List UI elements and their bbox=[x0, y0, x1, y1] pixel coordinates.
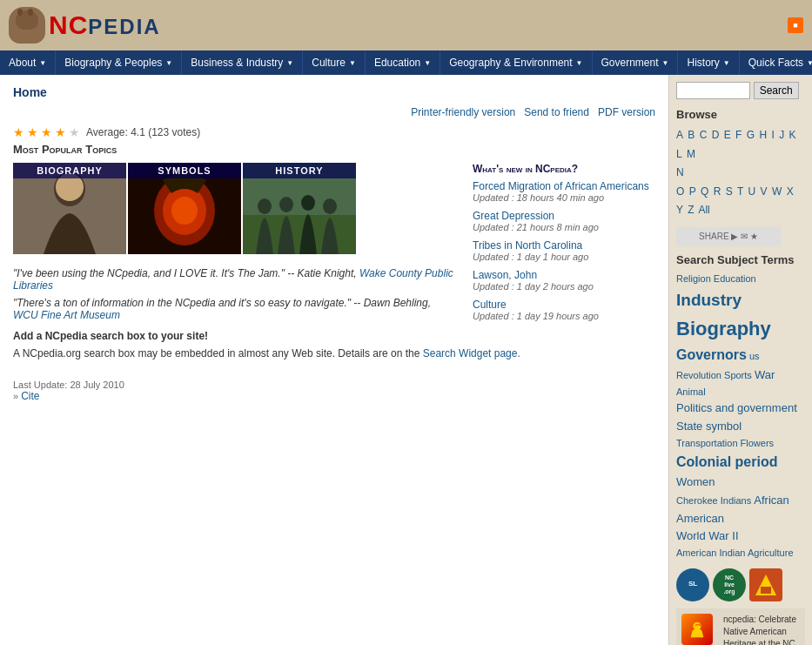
cite-link[interactable]: Cite bbox=[21, 390, 39, 402]
nav-biography[interactable]: Biography & Peoples▼ bbox=[56, 50, 182, 75]
news-updated-0: Updated : 18 hours 40 min ago bbox=[473, 192, 655, 203]
tag-revolution[interactable]: Revolution bbox=[676, 370, 724, 380]
nav-quickfacts[interactable]: Quick Facts▼ bbox=[740, 50, 812, 75]
nclive-logo[interactable]: NClive.org bbox=[713, 568, 746, 601]
letter-q[interactable]: Q bbox=[701, 185, 708, 198]
printer-bar: Printer-friendly version Send to friend … bbox=[13, 106, 655, 118]
tag-politics[interactable]: Politics and government bbox=[676, 401, 797, 414]
letter-z[interactable]: Z bbox=[688, 204, 694, 216]
news-link-1[interactable]: Great Depression bbox=[473, 210, 554, 222]
tag-us[interactable]: us bbox=[749, 351, 760, 361]
letter-h[interactable]: H bbox=[759, 129, 767, 141]
tag-women[interactable]: Women bbox=[676, 475, 715, 488]
nav-about[interactable]: About▼ bbox=[0, 50, 56, 75]
letter-f[interactable]: F bbox=[735, 129, 742, 141]
tag-american-indian[interactable]: American Indian bbox=[676, 548, 748, 558]
letter-x[interactable]: X bbox=[787, 185, 794, 198]
letter-e[interactable]: E bbox=[724, 129, 731, 141]
letter-k[interactable]: K bbox=[789, 129, 796, 141]
star-5[interactable]: ★ bbox=[69, 125, 80, 139]
nav-arrow: ▼ bbox=[723, 59, 730, 67]
whats-new-section: What's new in NCpedia? Forced Migration … bbox=[473, 163, 655, 328]
printer-friendly-link[interactable]: Printer-friendly version bbox=[411, 106, 515, 118]
star-1[interactable]: ★ bbox=[13, 125, 24, 139]
partner-logos: SL NClive.org bbox=[676, 568, 805, 601]
letter-j[interactable]: J bbox=[779, 129, 784, 141]
tag-war[interactable]: War bbox=[755, 368, 775, 381]
svg-point-10 bbox=[279, 197, 293, 212]
send-to-friend-link[interactable]: Send to friend bbox=[524, 106, 589, 118]
tag-flowers[interactable]: Flowers bbox=[741, 438, 775, 448]
history-box[interactable]: HISTORY bbox=[243, 163, 356, 254]
tag-transportation[interactable]: Transportation bbox=[676, 438, 741, 448]
learn-nc-logo[interactable] bbox=[749, 568, 782, 601]
letter-r[interactable]: R bbox=[714, 185, 721, 198]
letter-l[interactable]: L bbox=[676, 148, 682, 160]
star-2[interactable]: ★ bbox=[27, 125, 38, 139]
tag-agriculture[interactable]: Agriculture bbox=[748, 548, 794, 558]
nav-history[interactable]: History▼ bbox=[678, 50, 739, 75]
news-link-2[interactable]: Tribes in North Carolina bbox=[473, 239, 582, 252]
letter-c[interactable]: C bbox=[700, 129, 708, 141]
letter-i[interactable]: I bbox=[772, 129, 775, 141]
letter-s[interactable]: S bbox=[726, 185, 733, 198]
search-input[interactable] bbox=[676, 82, 750, 99]
svg-point-12 bbox=[323, 198, 337, 214]
news-link-3[interactable]: Lawson, John bbox=[473, 269, 537, 281]
nav-geography[interactable]: Geography & Environment▼ bbox=[440, 50, 592, 75]
letter-all[interactable]: All bbox=[698, 204, 709, 216]
logo[interactable]: NCPEDIA bbox=[49, 10, 161, 40]
rss-icon[interactable]: ■ bbox=[788, 17, 803, 33]
news-item-2: Tribes in North Carolina Updated : 1 day… bbox=[473, 239, 655, 262]
letter-b[interactable]: B bbox=[688, 129, 695, 141]
biography-box[interactable]: BIOGRAPHY bbox=[13, 163, 126, 254]
symbols-box[interactable]: SYMBOLS bbox=[128, 163, 241, 254]
letter-n[interactable]: N bbox=[676, 166, 684, 178]
nav-education[interactable]: Education▼ bbox=[366, 50, 440, 75]
letter-v[interactable]: V bbox=[761, 185, 768, 198]
letter-u[interactable]: U bbox=[748, 185, 756, 198]
testimonial-2-link[interactable]: WCU Fine Art Museum bbox=[13, 309, 120, 321]
letter-y[interactable]: Y bbox=[676, 204, 683, 216]
star-3[interactable]: ★ bbox=[41, 125, 52, 139]
letter-w[interactable]: W bbox=[772, 185, 782, 198]
state-library-logo[interactable]: SL bbox=[676, 568, 709, 601]
star-4[interactable]: ★ bbox=[55, 125, 66, 139]
symbols-label: SYMBOLS bbox=[128, 163, 241, 178]
letter-t[interactable]: T bbox=[737, 185, 743, 198]
news-link-4[interactable]: Culture bbox=[473, 299, 507, 311]
tag-governors[interactable]: Governors bbox=[676, 347, 747, 362]
share-widget[interactable]: SHARE ▶ ✉ ★ bbox=[676, 227, 781, 246]
subject-terms-title: Search Subject Terms bbox=[676, 253, 805, 266]
tag-industry[interactable]: Industry bbox=[676, 291, 742, 309]
last-update: Last Update: 28 July 2010 » Cite bbox=[13, 380, 655, 402]
news-link-0[interactable]: Forced Migration of African Americans bbox=[473, 180, 649, 192]
letter-d[interactable]: D bbox=[712, 129, 720, 141]
search-widget-link[interactable]: Search Widget page. bbox=[423, 347, 520, 359]
tag-colonial[interactable]: Colonial period bbox=[676, 454, 777, 469]
tag-sports[interactable]: Sports bbox=[724, 370, 755, 380]
nav-arrow: ▼ bbox=[662, 59, 669, 67]
tag-education[interactable]: Education bbox=[714, 273, 756, 284]
letter-m[interactable]: M bbox=[687, 148, 695, 160]
tag-state-symbol[interactable]: State symbol bbox=[676, 420, 742, 433]
search-button[interactable]: Search bbox=[754, 82, 799, 99]
letter-a[interactable]: A bbox=[676, 129, 683, 141]
nav-business[interactable]: Business & Industry▼ bbox=[182, 50, 303, 75]
tag-animal[interactable]: Animal bbox=[676, 386, 706, 397]
letter-p[interactable]: P bbox=[689, 185, 696, 198]
tag-biography[interactable]: Biography bbox=[676, 318, 771, 339]
nav-government[interactable]: Government▼ bbox=[593, 50, 679, 75]
svg-point-11 bbox=[301, 195, 315, 211]
tag-world-war-ii[interactable]: World War II bbox=[676, 529, 739, 542]
news-item-0: Forced Migration of African Americans Up… bbox=[473, 180, 655, 203]
svg-rect-15 bbox=[761, 587, 771, 594]
tag-religion[interactable]: Religion bbox=[676, 273, 714, 284]
main-content-row: What's new in NCpedia? Forced Migration … bbox=[13, 163, 655, 366]
nav-culture[interactable]: Culture▼ bbox=[303, 50, 366, 75]
letter-o[interactable]: O bbox=[676, 185, 684, 198]
pdf-version-link[interactable]: PDF version bbox=[598, 106, 655, 118]
svg-point-9 bbox=[258, 198, 272, 214]
tag-cherokee[interactable]: Cherokee Indians bbox=[676, 495, 754, 506]
letter-g[interactable]: G bbox=[747, 129, 755, 141]
